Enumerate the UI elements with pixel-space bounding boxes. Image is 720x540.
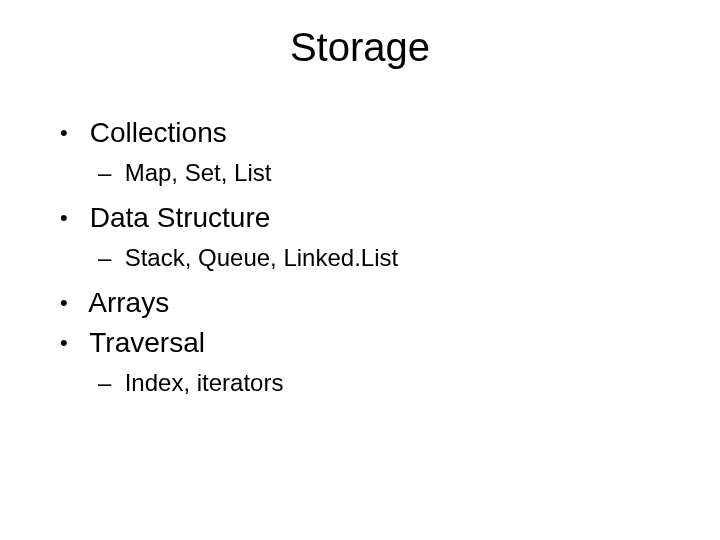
sub-bullet-list: Index, iterators	[60, 367, 670, 399]
sub-bullet-label: Stack, Queue, Linked.List	[125, 244, 399, 271]
bullet-arrays: Arrays	[60, 285, 670, 321]
sub-bullet-label: Index, iterators	[125, 369, 284, 396]
sub-bullet-map-set-list: Map, Set, List	[98, 157, 670, 189]
bullet-data-structure: Data Structure Stack, Queue, Linked.List	[60, 200, 670, 275]
sub-bullet-label: Map, Set, List	[125, 159, 272, 186]
bullet-list: Collections Map, Set, List Data Structur…	[50, 115, 670, 400]
bullet-traversal: Traversal Index, iterators	[60, 325, 670, 400]
bullet-label: Collections	[90, 117, 227, 148]
bullet-label: Traversal	[89, 327, 205, 358]
sub-bullet-list: Map, Set, List	[60, 157, 670, 189]
bullet-label: Arrays	[88, 287, 169, 318]
sub-bullet-index-iterators: Index, iterators	[98, 367, 670, 399]
slide-title: Storage	[50, 25, 670, 70]
bullet-label: Data Structure	[90, 202, 271, 233]
sub-bullet-stack-queue: Stack, Queue, Linked.List	[98, 242, 670, 274]
bullet-collections: Collections Map, Set, List	[60, 115, 670, 190]
sub-bullet-list: Stack, Queue, Linked.List	[60, 242, 670, 274]
